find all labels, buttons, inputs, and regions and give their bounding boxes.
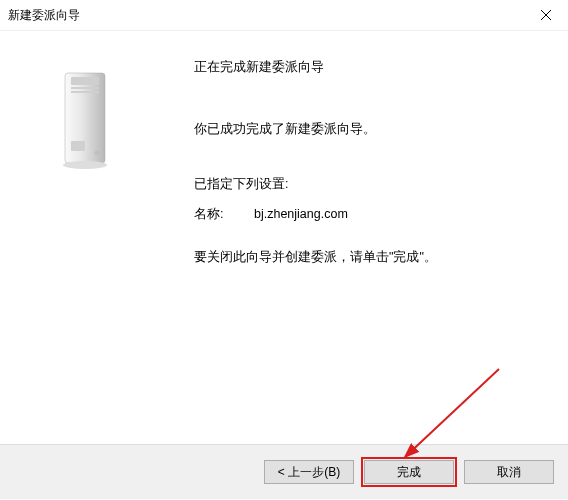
server-icon <box>61 71 109 171</box>
svg-rect-4 <box>71 77 99 85</box>
svg-rect-6 <box>71 91 99 93</box>
svg-point-3 <box>63 161 107 169</box>
close-icon <box>541 10 551 20</box>
close-button[interactable] <box>523 0 568 30</box>
close-instruction: 要关闭此向导并创建委派，请单击"完成"。 <box>194 249 548 267</box>
left-panel <box>0 31 170 444</box>
settings-row-name: 名称: bj.zhenjiang.com <box>194 206 548 224</box>
window-title: 新建委派向导 <box>8 7 80 24</box>
wizard-footer: < 上一步(B) 完成 取消 <box>0 445 568 499</box>
svg-rect-5 <box>71 87 99 89</box>
success-message: 你已成功完成了新建委派向导。 <box>194 121 548 139</box>
settings-label: 已指定下列设置: <box>194 176 548 194</box>
wizard-content: 正在完成新建委派向导 你已成功完成了新建委派向导。 已指定下列设置: 名称: b… <box>170 31 568 444</box>
svg-rect-7 <box>71 141 85 151</box>
svg-point-8 <box>95 151 100 156</box>
name-label: 名称: <box>194 206 254 224</box>
cancel-button[interactable]: 取消 <box>464 460 554 484</box>
titlebar: 新建委派向导 <box>0 0 568 30</box>
wizard-body: 正在完成新建委派向导 你已成功完成了新建委派向导。 已指定下列设置: 名称: b… <box>0 30 568 445</box>
name-value: bj.zhenjiang.com <box>254 206 348 224</box>
finish-button[interactable]: 完成 <box>364 460 454 484</box>
back-button[interactable]: < 上一步(B) <box>264 460 354 484</box>
wizard-heading: 正在完成新建委派向导 <box>194 59 548 77</box>
